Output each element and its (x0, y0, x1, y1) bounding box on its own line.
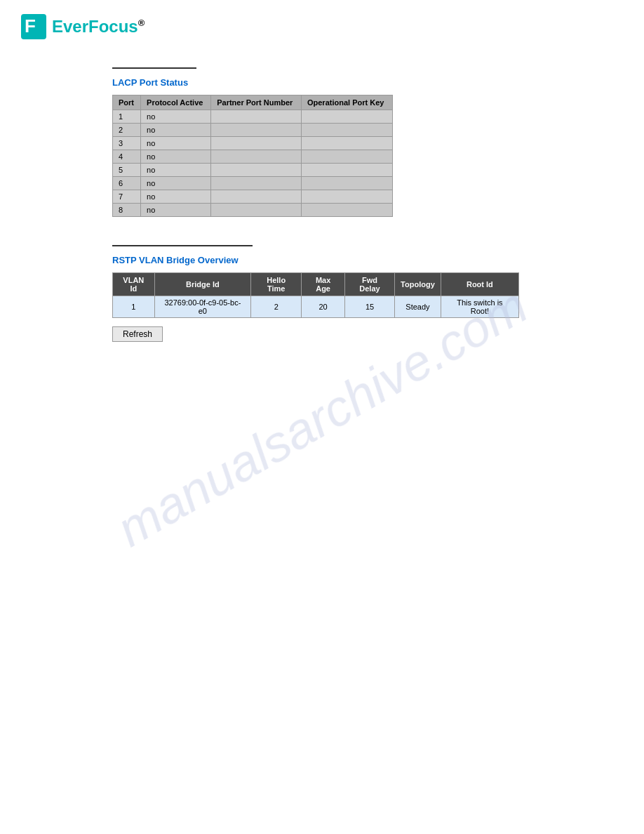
rstp-cell-max_age: 20 (302, 296, 345, 318)
lacp-section: LACP Port Status Port Protocol Active Pa… (112, 67, 623, 217)
lacp-col-port: Port (113, 95, 141, 110)
rstp-col-max-age: Max Age (302, 273, 345, 296)
rstp-col-root-id: Root Id (441, 273, 518, 296)
lacp-divider (112, 67, 196, 69)
lacp-cell-operational_port_key (301, 190, 392, 204)
lacp-cell-protocol_active: no (141, 150, 211, 164)
rstp-section: RSTP VLAN Bridge Overview VLAN Id Bridge… (112, 245, 623, 342)
rstp-table-row: 132769:00-0f-c9-05-bc-e022015SteadyThis … (113, 296, 519, 318)
rstp-table: VLAN Id Bridge Id Hello Time Max Age Fwd… (112, 272, 519, 318)
lacp-table-row: 3no (113, 137, 393, 150)
lacp-cell-operational_port_key (301, 124, 392, 137)
rstp-cell-topology: Steady (395, 296, 441, 318)
lacp-col-protocol-active: Protocol Active (141, 95, 211, 110)
header: F EverFocus® (0, 0, 644, 53)
lacp-cell-partner_port_number (211, 110, 302, 124)
lacp-cell-operational_port_key (301, 110, 392, 124)
lacp-col-operational-port-key: Operational Port Key (301, 95, 392, 110)
rstp-table-header-row: VLAN Id Bridge Id Hello Time Max Age Fwd… (113, 273, 519, 296)
everfocus-logo-icon: F (21, 14, 46, 39)
main-content: LACP Port Status Port Protocol Active Pa… (0, 53, 644, 384)
rstp-col-vlan-id: VLAN Id (113, 273, 155, 296)
lacp-table-row: 1no (113, 110, 393, 124)
lacp-cell-port: 7 (113, 190, 141, 204)
lacp-cell-operational_port_key (301, 204, 392, 217)
lacp-cell-partner_port_number (211, 150, 302, 164)
lacp-table-row: 5no (113, 164, 393, 177)
lacp-table-row: 2no (113, 124, 393, 137)
lacp-cell-port: 5 (113, 164, 141, 177)
lacp-cell-protocol_active: no (141, 204, 211, 217)
lacp-cell-port: 6 (113, 177, 141, 190)
lacp-cell-protocol_active: no (141, 110, 211, 124)
rstp-divider (112, 245, 253, 246)
lacp-cell-protocol_active: no (141, 137, 211, 150)
lacp-cell-protocol_active: no (141, 190, 211, 204)
lacp-cell-port: 2 (113, 124, 141, 137)
rstp-col-fwd-delay: Fwd Delay (344, 273, 394, 296)
lacp-cell-operational_port_key (301, 150, 392, 164)
lacp-table-row: 4no (113, 150, 393, 164)
lacp-cell-partner_port_number (211, 137, 302, 150)
rstp-cell-hello_time: 2 (251, 296, 302, 318)
refresh-button[interactable]: Refresh (112, 326, 163, 342)
lacp-cell-protocol_active: no (141, 124, 211, 137)
logo-reg: ® (138, 18, 145, 28)
rstp-cell-root_id: This switch is Root! (441, 296, 518, 318)
rstp-col-bridge-id: Bridge Id (154, 273, 250, 296)
rstp-col-topology: Topology (395, 273, 441, 296)
lacp-table-row: 8no (113, 204, 393, 217)
lacp-cell-protocol_active: no (141, 177, 211, 190)
logo-brand: EverFocus (52, 17, 138, 36)
logo-text: EverFocus® (52, 17, 145, 37)
rstp-col-hello-time: Hello Time (251, 273, 302, 296)
rstp-cell-bridge_id: 32769:00-0f-c9-05-bc-e0 (154, 296, 250, 318)
lacp-cell-protocol_active: no (141, 164, 211, 177)
lacp-table: Port Protocol Active Partner Port Number… (112, 95, 393, 217)
lacp-cell-partner_port_number (211, 204, 302, 217)
lacp-cell-partner_port_number (211, 124, 302, 137)
logo-container: F EverFocus® (21, 14, 623, 39)
lacp-table-header-row: Port Protocol Active Partner Port Number… (113, 95, 393, 110)
lacp-section-title: LACP Port Status (112, 77, 623, 88)
svg-text:F: F (25, 15, 36, 37)
lacp-table-row: 6no (113, 177, 393, 190)
rstp-cell-vlan_id: 1 (113, 296, 155, 318)
lacp-cell-port: 8 (113, 204, 141, 217)
lacp-cell-port: 4 (113, 150, 141, 164)
lacp-cell-port: 3 (113, 137, 141, 150)
lacp-cell-port: 1 (113, 110, 141, 124)
lacp-cell-partner_port_number (211, 190, 302, 204)
lacp-cell-operational_port_key (301, 177, 392, 190)
lacp-cell-operational_port_key (301, 164, 392, 177)
rstp-cell-fwd_delay: 15 (344, 296, 394, 318)
lacp-cell-partner_port_number (211, 164, 302, 177)
rstp-section-title: RSTP VLAN Bridge Overview (112, 255, 623, 265)
lacp-cell-operational_port_key (301, 137, 392, 150)
lacp-cell-partner_port_number (211, 177, 302, 190)
lacp-table-row: 7no (113, 190, 393, 204)
lacp-col-partner-port-number: Partner Port Number (211, 95, 302, 110)
